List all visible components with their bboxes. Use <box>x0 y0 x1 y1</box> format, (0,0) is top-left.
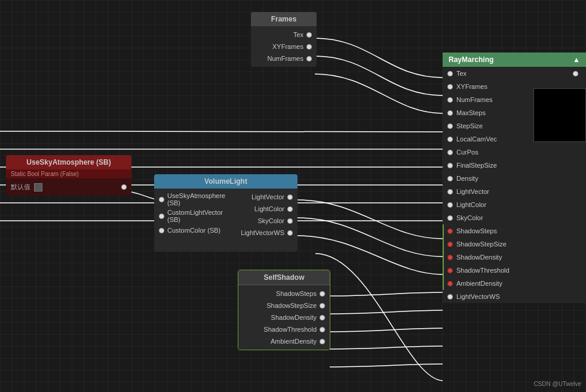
frames-tex-label: Tex <box>293 31 303 38</box>
rm-xyframes-label: XYFrames <box>456 83 487 90</box>
rm-shadowthreshold-label: ShadowThreshold <box>456 267 510 274</box>
vl-lightvector-label: LightVector <box>251 193 284 200</box>
ss-shadowthreshold: ShadowThreshold <box>238 323 330 335</box>
rm-ambientdensity-row: AmbientDensity <box>443 277 586 290</box>
volumelight-node: VolumeLight UseSkyAtmosphere (SB) Custom… <box>154 174 297 252</box>
rm-shadowthreshold-pin[interactable] <box>447 268 453 273</box>
rm-stepsize-pin[interactable] <box>447 124 453 129</box>
rm-shadowstepsize-pin[interactable] <box>447 242 453 247</box>
vl-usesky-label: UseSkyAtmosphere (SB) <box>167 192 225 206</box>
rm-shadowsteps-row: ShadowSteps <box>443 224 586 237</box>
rm-lightvector-label: LightVector <box>456 188 489 195</box>
preview-box <box>533 88 586 142</box>
rm-maxsteps-pin[interactable] <box>447 110 453 116</box>
usesky-out-pin[interactable] <box>121 184 127 190</box>
selfshadow-node: SelfShadow ShadowSteps ShadowStepSize Sh… <box>238 270 330 350</box>
vl-customlightvec-label: CustomLightVector (SB) <box>167 209 225 223</box>
rm-ambientdensity-label: AmbientDensity <box>456 280 502 287</box>
ss-ambientdensity-pin[interactable] <box>320 339 325 344</box>
usesky-subtitle: Static Bool Param (False) <box>6 169 131 178</box>
frames-pin-numframes: NumFrames <box>251 53 317 64</box>
rm-density-pin[interactable] <box>447 176 453 181</box>
rm-lightvectorws-label: LightVectorWS <box>456 293 500 300</box>
ss-shadowthreshold-pin[interactable] <box>320 327 325 332</box>
vl-usesky-pin[interactable] <box>159 197 164 202</box>
volumelight-header: VolumeLight <box>154 174 297 189</box>
vl-lightvectorws-pin[interactable] <box>287 230 293 236</box>
rm-lightcolor-pin[interactable] <box>447 202 453 208</box>
volumelight-input-customlightvec: CustomLightVector (SB) <box>154 208 230 224</box>
usesky-node: UseSkyAtmosphere (SB) Static Bool Param … <box>6 155 131 196</box>
rm-tex-row: Tex <box>443 67 586 80</box>
frames-pin-xyframes: XYFrames <box>251 41 317 53</box>
rm-shadowdensity-pin[interactable] <box>447 255 453 260</box>
usesky-header: UseSkyAtmosphere (SB) <box>6 155 131 169</box>
rm-tex-label: Tex <box>456 70 467 77</box>
vl-lightvector-pin[interactable] <box>287 195 293 200</box>
rm-finalstepsize-label: FinalStepSize <box>456 162 497 169</box>
ss-shadowstepsize-pin[interactable] <box>320 303 325 308</box>
usesky-default-row: 默认值 <box>6 181 131 193</box>
vl-lightcolor-pin[interactable] <box>287 206 293 212</box>
rm-skycolor-row: SkyColor <box>443 211 586 224</box>
rm-lightcolor-row: LightColor <box>443 198 586 211</box>
frames-xyframes-pin[interactable] <box>306 44 312 50</box>
frames-node-header: Frames <box>251 12 317 26</box>
frames-xyframes-label: XYFrames <box>272 43 303 50</box>
usesky-body: 默认值 <box>6 178 131 196</box>
frames-pin-tex: Tex <box>251 29 317 41</box>
ss-shadowdensity-label: ShadowDensity <box>271 314 317 321</box>
ss-shadowsteps-pin[interactable] <box>320 291 325 297</box>
rm-shadowdensity-row: ShadowDensity <box>443 251 586 264</box>
volumelight-output-lightvectorws: LightVectorWS <box>230 227 297 239</box>
rm-finalstepsize-row: FinalStepSize <box>443 159 586 172</box>
rm-lightvector-pin[interactable] <box>447 189 453 195</box>
vl-customcolor-pin[interactable] <box>159 228 164 233</box>
rm-skycolor-pin[interactable] <box>447 215 453 221</box>
rm-tex-pin-left[interactable] <box>447 71 453 76</box>
rm-numframes-pin[interactable] <box>447 97 453 103</box>
rm-numframes-label: NumFrames <box>456 96 493 103</box>
ss-shadowsteps-label: ShadowSteps <box>276 290 317 297</box>
selfshadow-header: SelfShadow <box>238 270 330 285</box>
ss-shadowsteps: ShadowSteps <box>238 288 330 300</box>
frames-tex-pin[interactable] <box>306 32 312 38</box>
raymarching-collapse-icon[interactable]: ▲ <box>573 55 580 64</box>
rm-localcamvec-pin[interactable] <box>447 137 453 142</box>
vl-customcolor-label: CustomColor (SB) <box>167 227 220 234</box>
frames-numframes-pin[interactable] <box>306 56 312 61</box>
rm-density-row: Density <box>443 172 586 185</box>
vl-skycolor-pin[interactable] <box>287 218 293 224</box>
ss-ambientdensity: AmbientDensity <box>238 335 330 347</box>
ss-shadowdensity-pin[interactable] <box>320 315 325 320</box>
frames-numframes-label: NumFrames <box>267 55 303 62</box>
volumelight-output-lightvector: LightVector <box>230 191 297 203</box>
rm-shadowdensity-label: ShadowDensity <box>456 254 502 261</box>
volumelight-spacer <box>154 236 230 249</box>
rm-curpos-pin[interactable] <box>447 150 453 155</box>
rm-density-label: Density <box>456 175 478 182</box>
rm-shadowsteps-pin[interactable] <box>447 229 453 234</box>
volumelight-body: UseSkyAtmosphere (SB) CustomLightVector … <box>154 189 297 252</box>
ss-shadowstepsize: ShadowStepSize <box>238 300 330 311</box>
rm-curpos-row: CurPos <box>443 146 586 159</box>
raymarching-panel-header: RayMarching ▲ <box>443 53 586 67</box>
rm-xyframes-pin[interactable] <box>447 84 453 89</box>
rm-skycolor-label: SkyColor <box>456 214 483 221</box>
usesky-checkbox[interactable] <box>34 183 42 192</box>
rm-curpos-label: CurPos <box>456 149 478 156</box>
raymarching-title: RayMarching <box>449 55 493 64</box>
vl-customlightvec-pin[interactable] <box>159 214 164 219</box>
rm-shadowthreshold-row: ShadowThreshold <box>443 264 586 277</box>
vl-lightcolor-label: LightColor <box>254 205 284 212</box>
rm-tex-pin-right[interactable] <box>573 71 578 76</box>
rm-ambientdensity-pin[interactable] <box>447 281 453 286</box>
rm-stepsize-label: StepSize <box>456 122 483 129</box>
rm-localcamvec-label: LocalCamVec <box>456 135 497 143</box>
rm-lightvectorws-pin[interactable] <box>447 294 453 300</box>
rm-lightvector-row: LightVector <box>443 185 586 198</box>
rm-finalstepsize-pin[interactable] <box>447 163 453 168</box>
rm-shadowstepsize-label: ShadowStepSize <box>456 240 507 248</box>
volumelight-input-usesky: UseSkyAtmosphere (SB) <box>154 191 230 208</box>
ss-ambientdensity-label: AmbientDensity <box>271 338 317 345</box>
